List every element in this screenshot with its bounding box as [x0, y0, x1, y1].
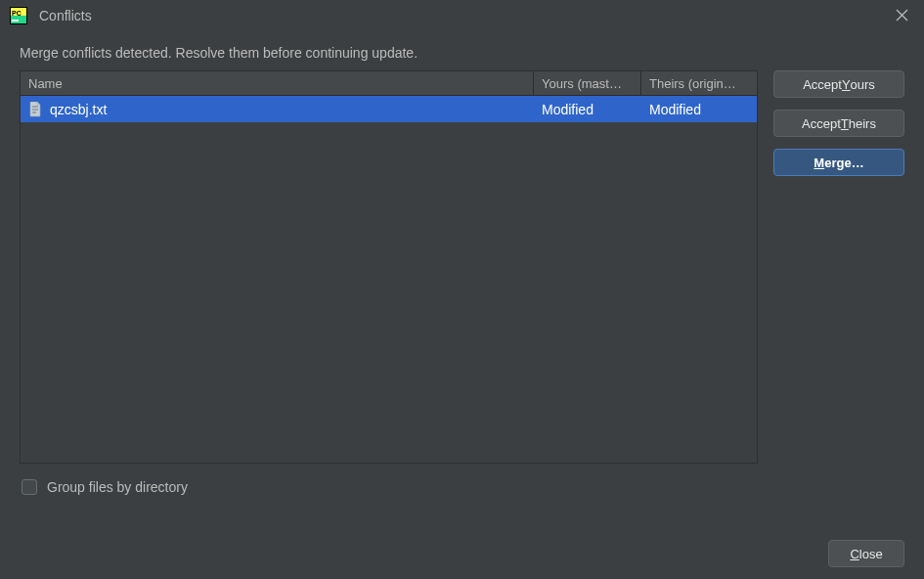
- file-name: qzcsbj.txt: [50, 102, 107, 117]
- action-buttons: Accept Yours Accept Theirs Merge…: [773, 70, 904, 464]
- group-files-label: Group files by directory: [47, 479, 188, 495]
- dialog-content: Merge conflicts detected. Resolve them b…: [0, 31, 924, 495]
- close-button[interactable]: Close: [828, 540, 904, 567]
- table-row[interactable]: qzcsbj.txt Modified Modified: [21, 96, 757, 122]
- cell-yours: Modified: [534, 102, 641, 117]
- window-title: Conflicts: [39, 8, 92, 23]
- instruction-text: Merge conflicts detected. Resolve them b…: [20, 45, 904, 61]
- pycharm-icon: PC: [10, 7, 27, 24]
- conflicts-table: Name Yours (mast… Theirs (origin…: [20, 70, 758, 464]
- svg-text:PC: PC: [12, 10, 22, 17]
- merge-button[interactable]: Merge…: [773, 149, 904, 176]
- column-header-theirs[interactable]: Theirs (origin…: [641, 71, 757, 95]
- accept-yours-button[interactable]: Accept Yours: [773, 70, 904, 98]
- table-header: Name Yours (mast… Theirs (origin…: [21, 71, 757, 96]
- group-files-checkbox[interactable]: [22, 479, 37, 495]
- column-header-yours[interactable]: Yours (mast…: [534, 71, 641, 95]
- accept-theirs-button[interactable]: Accept Theirs: [773, 110, 904, 137]
- group-option-row: Group files by directory: [20, 479, 904, 495]
- table-body: qzcsbj.txt Modified Modified: [21, 96, 757, 463]
- dialog-footer: Close: [828, 540, 904, 567]
- file-icon: [28, 102, 42, 117]
- close-icon[interactable]: [893, 6, 910, 23]
- cell-theirs: Modified: [641, 102, 757, 117]
- svg-rect-4: [12, 20, 19, 22]
- titlebar: PC Conflicts: [0, 0, 924, 31]
- column-header-name[interactable]: Name: [21, 71, 534, 95]
